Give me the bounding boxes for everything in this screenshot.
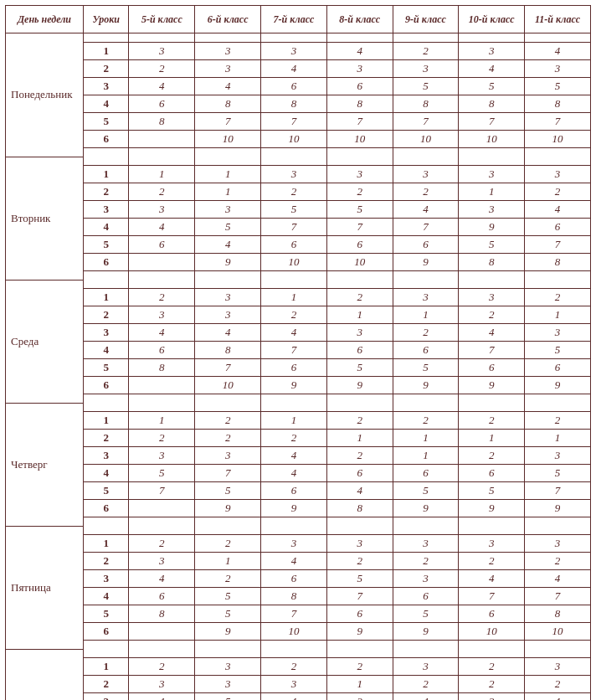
day-name: Понедельник	[6, 33, 84, 157]
value-cell: 7	[459, 342, 525, 359]
value-cell: 8	[525, 254, 591, 271]
spacer	[129, 641, 195, 650]
spacer	[195, 649, 261, 658]
spacer	[83, 526, 129, 535]
value-cell: 4	[129, 693, 195, 701]
value-cell: 3	[459, 43, 525, 60]
value-cell: 2	[326, 289, 393, 306]
spacer	[195, 148, 261, 157]
lesson-number: 4	[83, 219, 129, 236]
spacer	[525, 641, 591, 650]
table-row: 45746665	[6, 465, 591, 482]
spacer	[326, 517, 393, 527]
value-cell: 6	[525, 219, 591, 236]
value-cell: 4	[261, 447, 327, 465]
value-cell: 2	[195, 412, 261, 430]
value-cell: 3	[129, 43, 195, 60]
table-row: 34443243	[6, 324, 591, 342]
header-grade-9: 9-й класс	[393, 6, 459, 33]
value-cell: 1	[129, 166, 195, 183]
value-cell: 2	[129, 658, 195, 676]
header-day: День недели	[6, 6, 84, 33]
value-cell: 8	[459, 254, 525, 271]
spacer	[393, 33, 459, 43]
spacer	[195, 33, 261, 43]
lesson-number: 4	[83, 342, 129, 359]
lesson-number: 3	[83, 324, 129, 342]
value-cell: 3	[459, 289, 525, 306]
value-cell: 3	[326, 535, 393, 553]
value-cell: 4	[129, 78, 195, 95]
value-cell	[129, 131, 195, 148]
value-cell: 6	[261, 359, 327, 377]
value-cell: 1	[326, 306, 393, 324]
spacer	[261, 271, 327, 281]
lesson-number: 6	[83, 131, 129, 148]
value-cell: 7	[393, 219, 459, 236]
value-cell: 4	[393, 693, 459, 701]
value-cell: 1	[195, 553, 261, 570]
value-cell	[129, 623, 195, 641]
value-cell	[129, 377, 195, 394]
value-cell: 3	[195, 60, 261, 78]
value-cell: 7	[195, 465, 261, 482]
value-cell: 1	[326, 676, 393, 693]
value-cell: 3	[525, 324, 591, 342]
value-cell: 8	[525, 95, 591, 113]
value-cell: 10	[261, 131, 327, 148]
value-cell: 6	[129, 236, 195, 254]
spacer	[326, 641, 393, 650]
value-cell: 7	[195, 113, 261, 131]
value-cell	[129, 500, 195, 517]
value-cell: 8	[195, 342, 261, 359]
value-cell: 2	[195, 535, 261, 553]
spacer	[459, 394, 525, 404]
value-cell: 5	[195, 605, 261, 623]
lesson-number: 5	[83, 605, 129, 623]
spacer	[261, 280, 327, 289]
lesson-number: 4	[83, 588, 129, 605]
table-row: 23321121	[6, 306, 591, 324]
table-row: 58777777	[6, 113, 591, 131]
spacer	[525, 526, 591, 535]
value-cell: 4	[129, 324, 195, 342]
value-cell: 2	[326, 183, 393, 201]
table-row: 691010988	[6, 254, 591, 271]
value-cell: 1	[195, 166, 261, 183]
spacer	[129, 280, 195, 289]
spacer	[393, 649, 459, 658]
table-row: 46888888	[6, 95, 591, 113]
table-row: 57564557	[6, 482, 591, 500]
spacer	[525, 33, 591, 43]
value-cell: 7	[525, 113, 591, 131]
schedule-body: Понедельник13334234223433433446655546888…	[6, 33, 591, 701]
value-cell: 2	[525, 553, 591, 570]
value-cell: 3	[326, 324, 393, 342]
spacer	[261, 33, 327, 43]
spacer	[83, 403, 129, 412]
lesson-number: 5	[83, 482, 129, 500]
value-cell: 10	[326, 254, 393, 271]
value-cell: 3	[326, 693, 393, 701]
spacer	[129, 271, 195, 281]
value-cell: 7	[261, 113, 327, 131]
value-cell: 7	[129, 482, 195, 500]
lesson-number: 3	[83, 201, 129, 219]
value-cell: 3	[393, 658, 459, 676]
value-cell: 9	[525, 500, 591, 517]
table-row: 34543434	[6, 693, 591, 701]
value-cell: 5	[525, 465, 591, 482]
value-cell: 9	[195, 500, 261, 517]
lesson-number: 1	[83, 43, 129, 60]
spacer	[326, 148, 393, 157]
value-cell: 10	[459, 623, 525, 641]
spacer	[195, 403, 261, 412]
spacer	[393, 641, 459, 650]
value-cell: 5	[195, 588, 261, 605]
spacer	[393, 148, 459, 157]
table-row: 56466657	[6, 236, 591, 254]
table-row: 12322323	[6, 658, 591, 676]
spacer	[195, 394, 261, 404]
value-cell: 3	[195, 43, 261, 60]
value-cell: 3	[195, 676, 261, 693]
